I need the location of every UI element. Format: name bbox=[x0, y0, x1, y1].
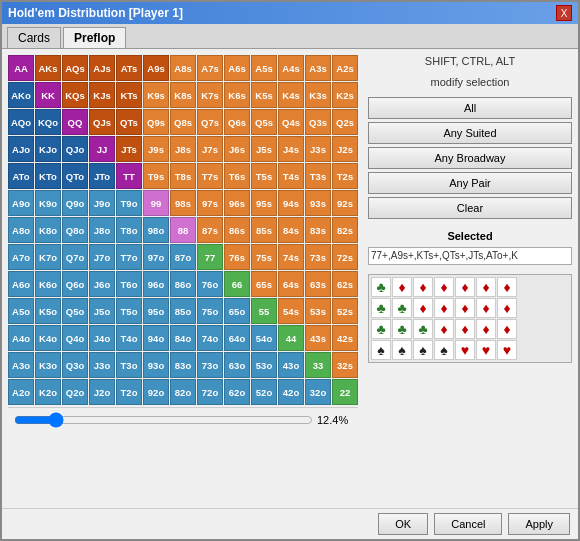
hand-cell[interactable]: J4o bbox=[89, 325, 115, 351]
hand-cell[interactable]: AJs bbox=[89, 55, 115, 81]
hand-cell[interactable]: KTo bbox=[35, 163, 61, 189]
hand-cell[interactable]: K3o bbox=[35, 352, 61, 378]
hand-cell[interactable]: T8o bbox=[116, 217, 142, 243]
hand-cell[interactable]: J6s bbox=[224, 136, 250, 162]
hand-cell[interactable]: AA bbox=[8, 55, 34, 81]
hand-cell[interactable]: 97o bbox=[143, 244, 169, 270]
hand-cell[interactable]: 87s bbox=[197, 217, 223, 243]
hand-cell[interactable]: 63s bbox=[305, 271, 331, 297]
hand-cell[interactable]: T6o bbox=[116, 271, 142, 297]
hand-cell[interactable]: 74o bbox=[197, 325, 223, 351]
hand-cell[interactable]: J7s bbox=[197, 136, 223, 162]
hand-cell[interactable]: 64o bbox=[224, 325, 250, 351]
hand-cell[interactable]: 65o bbox=[224, 298, 250, 324]
hand-cell[interactable]: A5o bbox=[8, 298, 34, 324]
hand-cell[interactable]: 93o bbox=[143, 352, 169, 378]
hand-cell[interactable]: A7s bbox=[197, 55, 223, 81]
hand-cell[interactable]: QQ bbox=[62, 109, 88, 135]
hand-cell[interactable]: AKs bbox=[35, 55, 61, 81]
hand-cell[interactable]: KK bbox=[35, 82, 61, 108]
hand-cell[interactable]: T3s bbox=[305, 163, 331, 189]
hand-cell[interactable]: KTs bbox=[116, 82, 142, 108]
hand-cell[interactable]: 66 bbox=[224, 271, 250, 297]
hand-cell[interactable]: 87o bbox=[170, 244, 196, 270]
hand-cell[interactable]: A8o bbox=[8, 217, 34, 243]
hand-cell[interactable]: T6s bbox=[224, 163, 250, 189]
hand-cell[interactable]: AQo bbox=[8, 109, 34, 135]
hand-cell[interactable]: T2s bbox=[332, 163, 358, 189]
hand-cell[interactable]: J8o bbox=[89, 217, 115, 243]
hand-cell[interactable]: K8s bbox=[170, 82, 196, 108]
hand-cell[interactable]: Q2s bbox=[332, 109, 358, 135]
hand-cell[interactable]: J7o bbox=[89, 244, 115, 270]
hand-cell[interactable]: 98o bbox=[143, 217, 169, 243]
hand-cell[interactable]: K7s bbox=[197, 82, 223, 108]
hand-cell[interactable]: QTs bbox=[116, 109, 142, 135]
hand-cell[interactable]: J9o bbox=[89, 190, 115, 216]
hand-cell[interactable]: K6s bbox=[224, 82, 250, 108]
hand-cell[interactable]: 99 bbox=[143, 190, 169, 216]
hand-cell[interactable]: J5s bbox=[251, 136, 277, 162]
hand-cell[interactable]: 84o bbox=[170, 325, 196, 351]
hand-cell[interactable]: K2s bbox=[332, 82, 358, 108]
clear-button[interactable]: Clear bbox=[368, 197, 572, 219]
hand-cell[interactable]: T4o bbox=[116, 325, 142, 351]
hand-cell[interactable]: A9o bbox=[8, 190, 34, 216]
hand-cell[interactable]: A2o bbox=[8, 379, 34, 405]
hand-cell[interactable]: 86o bbox=[170, 271, 196, 297]
tab-cards[interactable]: Cards bbox=[7, 27, 61, 48]
hand-cell[interactable]: J8s bbox=[170, 136, 196, 162]
hand-cell[interactable]: 63o bbox=[224, 352, 250, 378]
hand-cell[interactable]: 82s bbox=[332, 217, 358, 243]
hand-cell[interactable]: Q6o bbox=[62, 271, 88, 297]
hand-cell[interactable]: A7o bbox=[8, 244, 34, 270]
hand-cell[interactable]: A5s bbox=[251, 55, 277, 81]
hand-cell[interactable]: Q4s bbox=[278, 109, 304, 135]
hand-cell[interactable]: 92s bbox=[332, 190, 358, 216]
hand-cell[interactable]: T9o bbox=[116, 190, 142, 216]
hand-cell[interactable]: T3o bbox=[116, 352, 142, 378]
hand-cell[interactable]: 92o bbox=[143, 379, 169, 405]
hand-cell[interactable]: 54s bbox=[278, 298, 304, 324]
hand-cell[interactable]: 95o bbox=[143, 298, 169, 324]
any-broadway-button[interactable]: Any Broadway bbox=[368, 147, 572, 169]
hand-cell[interactable]: 32o bbox=[305, 379, 331, 405]
hand-cell[interactable]: A2s bbox=[332, 55, 358, 81]
hand-cell[interactable]: J2s bbox=[332, 136, 358, 162]
hand-cell[interactable]: 96o bbox=[143, 271, 169, 297]
hand-cell[interactable]: 62o bbox=[224, 379, 250, 405]
hand-cell[interactable]: Q6s bbox=[224, 109, 250, 135]
hand-cell[interactable]: 43s bbox=[305, 325, 331, 351]
hand-cell[interactable]: Q2o bbox=[62, 379, 88, 405]
hand-cell[interactable]: K9s bbox=[143, 82, 169, 108]
hand-cell[interactable]: T5o bbox=[116, 298, 142, 324]
hand-cell[interactable]: Q8s bbox=[170, 109, 196, 135]
hand-cell[interactable]: A6o bbox=[8, 271, 34, 297]
hand-cell[interactable]: TT bbox=[116, 163, 142, 189]
hand-cell[interactable]: 33 bbox=[305, 352, 331, 378]
hand-cell[interactable]: QTo bbox=[62, 163, 88, 189]
hand-cell[interactable]: A4o bbox=[8, 325, 34, 351]
hand-cell[interactable]: A3o bbox=[8, 352, 34, 378]
hand-cell[interactable]: 97s bbox=[197, 190, 223, 216]
hand-cell[interactable]: 43o bbox=[278, 352, 304, 378]
hand-cell[interactable]: QJs bbox=[89, 109, 115, 135]
hand-cell[interactable]: KQs bbox=[62, 82, 88, 108]
hand-cell[interactable]: KJo bbox=[35, 136, 61, 162]
hand-cell[interactable]: T5s bbox=[251, 163, 277, 189]
hand-cell[interactable]: ATo bbox=[8, 163, 34, 189]
hand-cell[interactable]: A4s bbox=[278, 55, 304, 81]
hand-cell[interactable]: 94o bbox=[143, 325, 169, 351]
hand-cell[interactable]: 75o bbox=[197, 298, 223, 324]
hand-cell[interactable]: K6o bbox=[35, 271, 61, 297]
hand-cell[interactable]: J9s bbox=[143, 136, 169, 162]
hand-cell[interactable]: J4s bbox=[278, 136, 304, 162]
hand-cell[interactable]: K5s bbox=[251, 82, 277, 108]
hand-cell[interactable]: K3s bbox=[305, 82, 331, 108]
hand-cell[interactable]: T7o bbox=[116, 244, 142, 270]
hand-cell[interactable]: J3o bbox=[89, 352, 115, 378]
hand-cell[interactable]: 77 bbox=[197, 244, 223, 270]
hand-cell[interactable]: A6s bbox=[224, 55, 250, 81]
hand-cell[interactable]: Q4o bbox=[62, 325, 88, 351]
hand-cell[interactable]: KJs bbox=[89, 82, 115, 108]
